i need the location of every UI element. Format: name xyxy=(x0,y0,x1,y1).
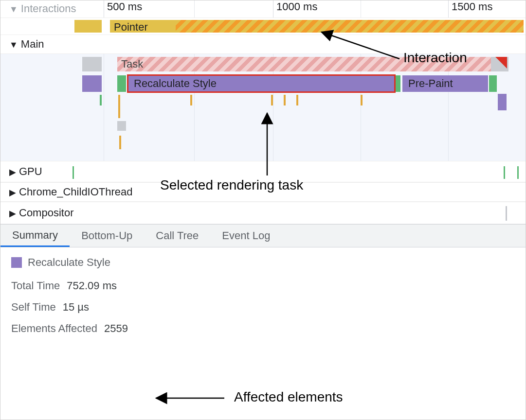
ruler-tick: 1500 ms xyxy=(448,0,492,18)
small-bar[interactable] xyxy=(361,95,363,105)
purple-block[interactable] xyxy=(498,94,507,110)
tab-call-tree[interactable]: Call Tree xyxy=(144,225,210,247)
ruler-minor-tick xyxy=(194,0,198,18)
tab-summary[interactable]: Summary xyxy=(0,225,70,247)
small-bar[interactable] xyxy=(118,95,120,118)
main-thread-body: Task Recalculate Style Pre-Paint xyxy=(0,54,526,161)
gpu-tick[interactable] xyxy=(504,166,505,179)
green-block[interactable] xyxy=(489,75,497,92)
time-ruler: ▼ Interactions 500 ms 1000 ms 1500 ms xyxy=(0,0,526,18)
expand-icon: ▶ xyxy=(9,208,16,219)
task-bar[interactable]: Task xyxy=(117,57,507,71)
tab-bottom-up[interactable]: Bottom-Up xyxy=(70,225,144,247)
small-bar[interactable] xyxy=(100,95,102,105)
compositor-track-header[interactable]: ▶ Compositor xyxy=(0,202,526,224)
gray-block[interactable] xyxy=(117,121,126,131)
ruler-minor-tick xyxy=(361,0,364,18)
recalculate-style-bar[interactable]: Recalculate Style xyxy=(128,75,395,92)
gpu-tick[interactable] xyxy=(73,166,74,179)
long-task-warning-icon xyxy=(495,57,507,69)
gray-task[interactable] xyxy=(82,57,102,71)
green-block[interactable] xyxy=(396,75,400,92)
compositor-tick[interactable] xyxy=(506,206,507,221)
ruler-tick: 500 ms xyxy=(104,0,142,18)
timeline-panel: ▼ Interactions 500 ms 1000 ms 1500 ms Po… xyxy=(0,0,526,224)
interaction-row: Pointer xyxy=(0,18,526,35)
gpu-tick[interactable] xyxy=(517,166,519,179)
track-label: Main xyxy=(21,38,44,51)
gridline xyxy=(104,54,104,161)
elements-affected-value: 2559 xyxy=(104,322,128,335)
pointer-pre-bar[interactable] xyxy=(74,20,102,33)
total-time-value: 752.09 ms xyxy=(67,280,117,292)
green-block[interactable] xyxy=(117,75,126,92)
track-label: Compositor xyxy=(19,207,73,219)
collapse-icon: ▼ xyxy=(9,40,18,50)
details-tabs: Summary Bottom-Up Call Tree Event Log xyxy=(0,224,526,247)
pointer-bar[interactable]: Pointer xyxy=(110,20,176,33)
main-track-header[interactable]: ▼ Main xyxy=(0,35,526,54)
track-label: GPU xyxy=(19,165,42,178)
pointer-long-bar[interactable] xyxy=(176,20,524,33)
small-bar[interactable] xyxy=(296,95,298,105)
self-time-label: Self Time xyxy=(11,301,56,314)
total-time-label: Total Time xyxy=(11,280,60,292)
small-bar[interactable] xyxy=(284,95,286,105)
elements-affected-label: Elements Affected xyxy=(11,322,97,335)
tab-event-log[interactable]: Event Log xyxy=(210,225,282,247)
expand-icon: ▶ xyxy=(9,187,16,198)
collapse-icon: ▼ xyxy=(9,4,18,15)
summary-panel: Recalculate Style Total Time 752.09 ms S… xyxy=(0,247,526,352)
pre-paint-bar[interactable]: Pre-Paint xyxy=(402,75,488,92)
track-label: Chrome_ChildIOThread xyxy=(19,186,133,198)
summary-title: Recalculate Style xyxy=(28,256,110,269)
ruler-tick: 1000 ms xyxy=(273,0,317,18)
childio-track-header[interactable]: ▶ Chrome_ChildIOThread xyxy=(0,182,526,202)
track-label: Interactions xyxy=(21,2,76,15)
self-time-value: 15 µs xyxy=(63,301,89,314)
annotation-affected-elements: Affected elements xyxy=(234,389,343,405)
small-bar[interactable] xyxy=(190,95,192,105)
color-swatch xyxy=(11,257,22,268)
pointer-label: Pointer xyxy=(114,21,148,34)
interactions-track-header[interactable]: ▼ Interactions xyxy=(9,2,76,15)
expand-icon: ▶ xyxy=(9,167,16,177)
gpu-track-header[interactable]: ▶ GPU xyxy=(0,161,526,182)
small-bar[interactable] xyxy=(119,136,121,149)
purple-block[interactable] xyxy=(82,75,102,92)
small-bar[interactable] xyxy=(271,95,273,105)
